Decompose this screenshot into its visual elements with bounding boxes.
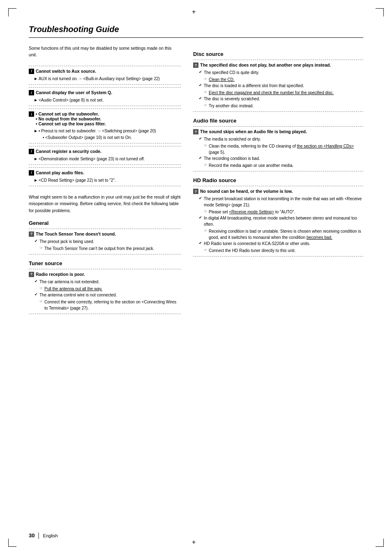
- solution-aux-text: AUX is not turned on. ☞ <Built-in Auxili…: [39, 76, 160, 82]
- handling-cds-link: the section on <Handling CDs>: [297, 144, 354, 148]
- crosshair-bottom: [192, 539, 200, 547]
- subwoofer-sol2: • <Subwoofer Output> (page 10) is not se…: [39, 134, 156, 141]
- sol-touch-text1: The preout jack is being used.: [39, 238, 94, 245]
- sol-audio-reftext1: Clean the media, referring to the CD cle…: [209, 143, 363, 155]
- sol-hd-reftext2: Receiving condition is bad or unstable. …: [209, 228, 363, 240]
- mid-text: What might seem to be a malfunction in y…: [29, 194, 181, 214]
- divider-4: [29, 164, 181, 165]
- sol-radio-ref1: ☞ Pull the antenna out all the way.: [29, 286, 181, 292]
- sol-hd-check1: ✔ The preset broadcast station is not tr…: [193, 196, 363, 208]
- issue-disc-not-play: ? The specified disc does not play, but …: [193, 60, 363, 109]
- issue-label-nosound: No sound can be heard, or the volume is …: [200, 189, 293, 194]
- issue-icon-exclamation-2: !: [29, 90, 34, 95]
- issue-label-touchsensor: The Touch Sensor Tone doesn't sound.: [36, 231, 116, 236]
- issue-icon-exclamation-3: !: [29, 111, 34, 117]
- issue-title-nosound: ? No sound can be heard, or the volume i…: [193, 189, 363, 194]
- issue-system-q: ! Cannot display the user of System Q. ▶…: [29, 87, 181, 103]
- ref-icon-d3: ☞: [204, 103, 207, 109]
- corner-mark-bl: [8, 539, 16, 547]
- sol-audio-text1: The media is scratched or dirty.: [204, 136, 261, 142]
- sol-radio-check1: ✔ The car antenna is not extended.: [29, 279, 181, 285]
- arrow-icon: ▶: [35, 76, 37, 81]
- issue-radio-reception: ? Radio reception is poor. ✔ The car ant…: [29, 269, 181, 311]
- arrow-icon-3: ▶: [35, 129, 37, 134]
- page-language: English: [43, 533, 58, 538]
- issue-title-systemq: ! Cannot display the user of System Q.: [29, 90, 181, 95]
- divider-disc: [193, 111, 363, 112]
- subwoofer-line2: • No output from the subwoofer.: [36, 116, 106, 121]
- clean-cd-link: Clean the CD.: [209, 77, 235, 82]
- sol-touch-reftext1: The Touch Sensor Tone can't be output fr…: [44, 245, 154, 252]
- solution-aux-arrow: ▶ AUX is not turned on. ☞ <Built-in Auxi…: [29, 76, 181, 82]
- divider-5: [29, 186, 181, 186]
- issue-label-subwoofer: • Cannot set up the subwoofer. • No outp…: [36, 111, 106, 126]
- issue-title-security: ! Cannot register a security code.: [29, 149, 181, 154]
- page: Troubleshooting Guide Some functions of …: [0, 0, 392, 555]
- divider-6: [29, 254, 181, 254]
- issue-icon-exclamation-5: !: [29, 170, 34, 176]
- issue-title-aux: ! Cannot switch to Aux source.: [29, 69, 181, 74]
- issue-icon-question-2: ?: [29, 272, 34, 277]
- section-tuner: Tuner source: [29, 260, 181, 266]
- solution-audiofiles-text: <CD Read Setting> (page 22) is set to "2…: [39, 177, 116, 183]
- becomes-bad-link: becomes bad.: [307, 235, 332, 240]
- section-hdradio: HD Radio source: [193, 177, 363, 183]
- subwoofer-line3: • Cannot set up the low pass filter.: [36, 121, 106, 126]
- ref-icon-h2: ☞: [204, 228, 207, 234]
- arrow-icon-2: ▶: [35, 98, 37, 103]
- sol-disc-ref1: ☞ Clean the CD.: [193, 76, 363, 83]
- arrow-icon-4: ▶: [35, 157, 37, 162]
- issue-label-systemq: Cannot display the user of System Q.: [36, 90, 112, 95]
- sol-disc-reftext2: Eject the disc magazine and check the nu…: [209, 90, 334, 96]
- ref-icon-h1: ☞: [204, 209, 207, 215]
- ref-icon-d2: ☞: [204, 90, 207, 95]
- checkmark-d1: ✔: [199, 69, 202, 75]
- section-general: General: [29, 220, 181, 226]
- eject-link: Eject the disc magazine and check the nu…: [209, 90, 334, 95]
- sol-audio-check1: ✔ The media is scratched or dirty.: [193, 136, 363, 142]
- sol-hd-ref3: ☞ Connect the HD Radio tuner directly to…: [193, 247, 363, 254]
- ref-icon-3: ☞: [39, 299, 43, 305]
- sol-radio-check2: ✔ The antenna control wire is not connec…: [29, 292, 181, 298]
- solution-audiofiles-arrow: ▶ <CD Read Setting> (page 22) is set to …: [29, 177, 181, 183]
- ref-icon-a1: ☞: [204, 143, 207, 149]
- divider-3: [29, 143, 181, 143]
- solution-subwoofer-arrow: ▶ • Preout is not set to subwoofer. ☞ <S…: [29, 128, 181, 141]
- ref-icon-h3: ☞: [204, 247, 207, 253]
- sol-audio-ref1: ☞ Clean the media, referring to the CD c…: [193, 143, 363, 155]
- sol-radio-reftext1: Pull the antenna out all the way.: [44, 286, 102, 292]
- ref-icon-1: ☞: [39, 245, 43, 251]
- checkmark-2: ✔: [35, 279, 38, 284]
- subwoofer-line1: • Cannot set up the subwoofer.: [36, 111, 106, 116]
- issue-label-radioreception: Radio reception is poor.: [36, 272, 85, 277]
- checkmark-h2: ✔: [199, 215, 202, 221]
- issue-title-soundskips: ? The sound skips when an Audio file is …: [193, 129, 363, 134]
- arrow-icon-5: ▶: [35, 178, 37, 183]
- issue-icon-question-disc: ?: [193, 62, 198, 68]
- sol-audio-check2: ✔ The recording condition is bad.: [193, 155, 363, 162]
- checkmark-h3: ✔: [199, 240, 202, 246]
- sol-touch-check1: ✔ The preout jack is being used.: [29, 238, 181, 245]
- antenna-link: Pull the antenna out all the way.: [44, 287, 102, 291]
- checkmark-1: ✔: [35, 238, 38, 244]
- issue-no-sound: ? No sound can be heard, or the volume i…: [193, 186, 363, 254]
- divider-7: [29, 314, 181, 314]
- sol-disc-ref3: ☞ Try another disc instead.: [193, 103, 363, 109]
- sol-hd-text3: HD Radio tuner is connected to KCA-S220A…: [204, 240, 310, 247]
- sol-hd-text1: The preset broadcast station is not tran…: [204, 196, 363, 208]
- page-number: 30: [29, 532, 35, 539]
- issue-audio-files: ! Cannot play audio files. ▶ <CD Read Se…: [29, 167, 181, 183]
- checkmark-d3: ✔: [199, 96, 202, 102]
- sol-audio-reftext2: Record the media again or use another me…: [209, 162, 293, 169]
- sol-hd-ref1: ☞ Please set <Receive mode Setting> to "…: [193, 209, 363, 215]
- sol-hd-check3: ✔ HD Radio tuner is connected to KCA-S22…: [193, 240, 363, 247]
- sol-hd-check2: ✔ In digital AM broadcasting, receive mo…: [193, 215, 363, 227]
- checkmark-h1: ✔: [199, 196, 202, 201]
- issue-label-aux: Cannot switch to Aux source.: [36, 69, 96, 74]
- sol-audio-ref2: ☞ Record the media again or use another …: [193, 162, 363, 169]
- sol-disc-text1: The specified CD is quite dirty.: [204, 69, 259, 76]
- sol-disc-check1: ✔ The specified CD is quite dirty.: [193, 69, 363, 76]
- ref-icon-d1: ☞: [204, 76, 207, 82]
- issue-sound-skips: ? The sound skips when an Audio file is …: [193, 126, 363, 169]
- receive-mode-link: <Receive mode Setting>: [229, 210, 274, 214]
